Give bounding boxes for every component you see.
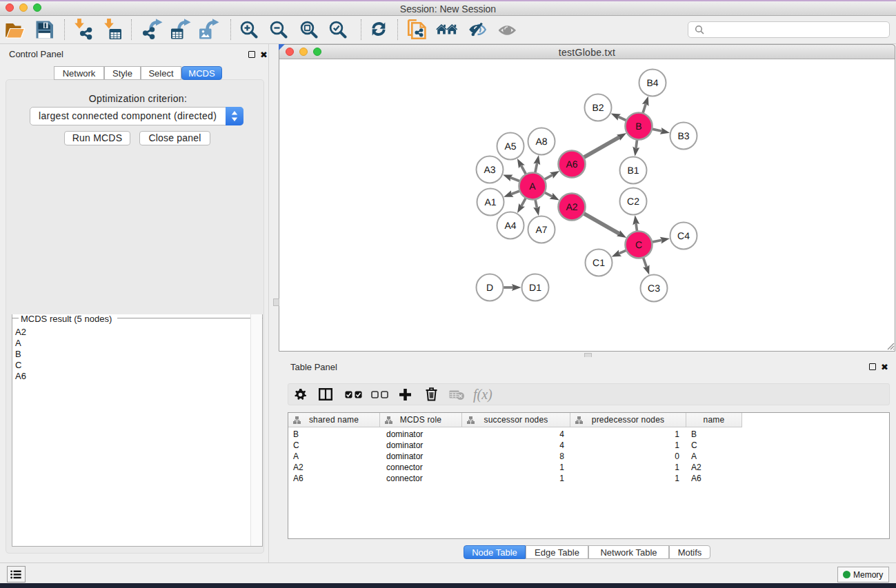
svg-text:D: D <box>486 282 493 293</box>
svg-text:A2: A2 <box>566 201 577 212</box>
svg-text:B2: B2 <box>592 102 604 113</box>
svg-text:A3: A3 <box>484 164 495 175</box>
svg-text:B1: B1 <box>627 165 639 176</box>
svg-text:C1: C1 <box>593 257 605 268</box>
svg-text:B: B <box>635 121 641 132</box>
svg-text:C2: C2 <box>627 196 639 207</box>
svg-text:D1: D1 <box>529 282 541 293</box>
svg-text:A: A <box>529 181 536 192</box>
svg-text:A5: A5 <box>504 141 516 152</box>
svg-text:A8: A8 <box>535 136 547 147</box>
svg-text:B3: B3 <box>677 130 689 141</box>
svg-text:A4: A4 <box>504 220 516 231</box>
svg-text:A6: A6 <box>566 159 577 170</box>
svg-text:B4: B4 <box>646 77 658 88</box>
svg-text:C: C <box>635 239 642 250</box>
svg-text:C3: C3 <box>648 283 660 294</box>
svg-text:A1: A1 <box>484 196 496 207</box>
svg-text:C4: C4 <box>677 230 690 241</box>
svg-text:A7: A7 <box>535 224 547 235</box>
